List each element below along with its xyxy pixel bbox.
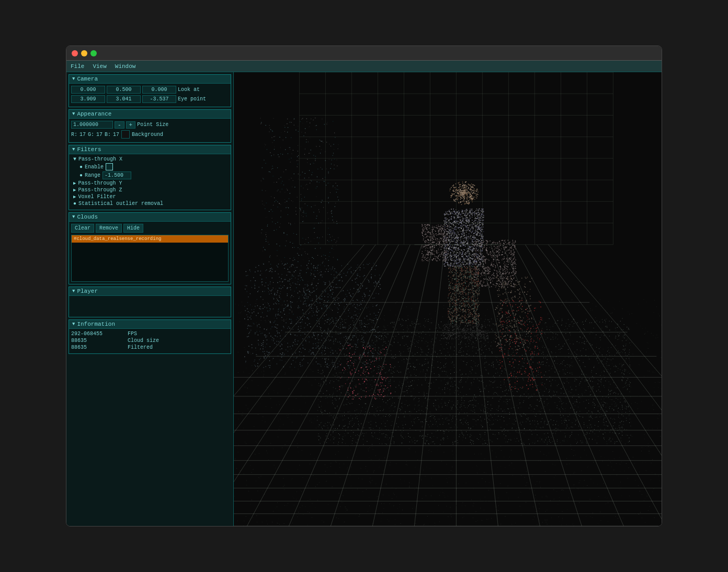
enable-row: ● Enable bbox=[71, 163, 229, 170]
voxel-row: ▶ Voxel Filter bbox=[71, 194, 229, 200]
content-area: ▼ Camera Look at Eye point bbox=[66, 72, 662, 526]
menu-file[interactable]: File bbox=[71, 63, 84, 70]
r-value: 17 bbox=[79, 132, 86, 138]
camera-arrow: ▼ bbox=[72, 76, 75, 82]
viewport[interactable] bbox=[234, 72, 662, 526]
range-row: ● Range bbox=[71, 171, 229, 179]
lookat-label: Look at bbox=[178, 87, 200, 93]
pointsize-label: Point Size bbox=[137, 122, 168, 128]
filters-panel: ▼ Filters ▼ Pass-through X ● Enable ● bbox=[69, 145, 231, 210]
cloud-list: #cloud_data_realsense_recording bbox=[71, 235, 229, 282]
range-bullet: ● bbox=[79, 173, 83, 178]
fps-label: FPS bbox=[128, 331, 137, 337]
player-panel-header[interactable]: ▼ Player bbox=[69, 287, 231, 296]
lookat-x[interactable] bbox=[71, 86, 105, 94]
camera-panel: ▼ Camera Look at Eye point bbox=[69, 74, 231, 107]
clouds-label: Clouds bbox=[77, 214, 98, 220]
player-panel: ▼ Player bbox=[69, 287, 231, 317]
information-panel-header[interactable]: ▼ Information bbox=[69, 320, 231, 329]
hide-button[interactable]: Hide bbox=[123, 224, 143, 233]
clouds-panel-header[interactable]: ▼ Clouds bbox=[69, 213, 231, 222]
filtered-value: 88635 bbox=[71, 345, 123, 350]
titlebar bbox=[66, 46, 662, 61]
appearance-label: Appearance bbox=[77, 111, 111, 117]
clouds-buttons: Clear Remove Hide bbox=[71, 224, 229, 233]
clouds-arrow: ▼ bbox=[72, 214, 75, 220]
passthrough-z-arrow: ▶ bbox=[73, 187, 76, 193]
pointsize-minus[interactable]: - bbox=[115, 121, 124, 129]
appearance-arrow: ▼ bbox=[72, 111, 75, 117]
passthrough-z-row: ▶ Pass-through Z bbox=[71, 187, 229, 193]
passthrough-y-row: ▶ Pass-through Y bbox=[71, 180, 229, 186]
range-label: Range bbox=[85, 173, 100, 178]
filters-panel-body: ▼ Pass-through X ● Enable ● Range ▶ bbox=[69, 154, 231, 210]
player-panel-body bbox=[69, 296, 231, 317]
eyepoint-z[interactable] bbox=[142, 95, 176, 103]
clouds-panel-body: Clear Remove Hide #cloud_data_realsense_… bbox=[69, 222, 231, 284]
camera-panel-header[interactable]: ▼ Camera bbox=[69, 75, 231, 84]
passthrough-z-label: Pass-through Z bbox=[78, 187, 122, 193]
information-label: Information bbox=[77, 321, 115, 327]
main-window: File View Window ▼ Camera Look at bbox=[66, 45, 662, 527]
b-value: 17 bbox=[113, 132, 119, 138]
statistical-bullet: ● bbox=[73, 201, 76, 207]
close-button[interactable] bbox=[72, 50, 78, 56]
fps-row: 292-068455 FPS bbox=[71, 331, 229, 337]
lookat-row: Look at bbox=[71, 86, 229, 94]
player-label: Player bbox=[77, 288, 98, 294]
statistical-row: ● Statistical outlier removal bbox=[71, 201, 229, 207]
passthrough-y-label: Pass-through Y bbox=[78, 180, 122, 186]
fps-value: 292-068455 bbox=[71, 331, 123, 337]
b-label: B: bbox=[105, 132, 111, 138]
menu-window[interactable]: Window bbox=[115, 63, 136, 70]
filtered-label: Filtered bbox=[128, 345, 153, 350]
information-arrow: ▼ bbox=[72, 322, 75, 327]
remove-button[interactable]: Remove bbox=[96, 224, 122, 233]
filters-label: Filters bbox=[77, 146, 101, 153]
enable-checkbox[interactable] bbox=[106, 163, 113, 170]
cloudsize-label: Cloud size bbox=[128, 338, 159, 344]
cloudsize-value: 88635 bbox=[71, 338, 123, 344]
eyepoint-y[interactable] bbox=[107, 95, 141, 103]
range-input[interactable] bbox=[103, 171, 131, 179]
information-panel: ▼ Information 292-068455 FPS 88635 Cloud… bbox=[69, 319, 231, 354]
pointsize-row: - + Point Size bbox=[71, 121, 229, 129]
appearance-panel-header[interactable]: ▼ Appearance bbox=[69, 110, 231, 119]
enable-label: Enable bbox=[85, 164, 104, 170]
pointcloud-canvas[interactable] bbox=[234, 72, 662, 526]
eyepoint-x[interactable] bbox=[71, 95, 105, 103]
lookat-y[interactable] bbox=[107, 86, 141, 94]
sidebar: ▼ Camera Look at Eye point bbox=[66, 72, 234, 526]
cloudsize-row: 88635 Cloud size bbox=[71, 338, 229, 344]
maximize-button[interactable] bbox=[90, 50, 97, 56]
pointsize-input[interactable] bbox=[71, 121, 113, 129]
filters-panel-header[interactable]: ▼ Filters bbox=[69, 145, 231, 154]
camera-panel-body: Look at Eye point bbox=[69, 84, 231, 107]
enable-bullet: ● bbox=[79, 164, 83, 170]
passthrough-y-arrow: ▶ bbox=[73, 180, 76, 186]
eyepoint-row: Eye point bbox=[71, 95, 229, 103]
pointsize-plus[interactable]: + bbox=[126, 121, 136, 129]
appearance-panel-body: - + Point Size R: 17 G: 17 B: 17 Backgro… bbox=[69, 119, 231, 142]
menu-view[interactable]: View bbox=[93, 63, 106, 70]
clouds-panel: ▼ Clouds Clear Remove Hide #cloud_data_r… bbox=[69, 212, 231, 284]
statistical-label: Statistical outlier removal bbox=[78, 201, 163, 207]
information-panel-body: 292-068455 FPS 88635 Cloud size 88635 Fi… bbox=[69, 329, 231, 353]
background-swatch[interactable] bbox=[121, 130, 130, 139]
filtered-row: 88635 Filtered bbox=[71, 345, 229, 350]
minimize-button[interactable] bbox=[81, 50, 87, 56]
clear-button[interactable]: Clear bbox=[71, 224, 94, 233]
passthrough-x-header: ▼ Pass-through X bbox=[71, 156, 229, 162]
camera-label: Camera bbox=[77, 76, 98, 82]
passthrough-x-label: Pass-through X bbox=[78, 156, 122, 162]
filters-arrow: ▼ bbox=[72, 147, 75, 152]
appearance-panel: ▼ Appearance - + Point Size R: 17 G: 17 bbox=[69, 109, 231, 143]
player-arrow: ▼ bbox=[72, 289, 75, 294]
g-label: G: bbox=[88, 132, 94, 138]
r-label: R: bbox=[71, 132, 77, 138]
menubar: File View Window bbox=[66, 61, 662, 72]
cloud-item-active[interactable]: #cloud_data_realsense_recording bbox=[72, 235, 228, 243]
lookat-z[interactable] bbox=[142, 86, 176, 94]
eyepoint-label: Eye point bbox=[178, 96, 206, 102]
voxel-arrow: ▶ bbox=[73, 194, 76, 200]
